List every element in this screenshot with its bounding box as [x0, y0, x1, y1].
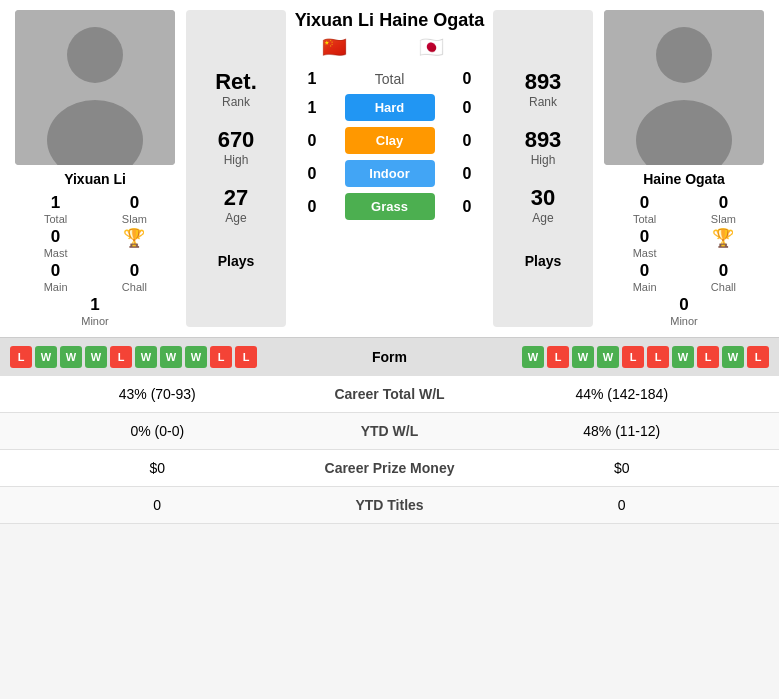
- left-player-stats: 1 Total 0 Slam 0 Mast 🏆 0 Main: [10, 193, 180, 327]
- left-main-label: Main: [44, 281, 68, 293]
- left-player-area: Yixuan Li 1 Total 0 Slam 0 Mast 🏆: [10, 10, 180, 327]
- left-high-value: 670: [218, 127, 255, 153]
- hard-row: 1 Hard 0: [292, 94, 487, 121]
- form-badge-l: L: [10, 346, 32, 368]
- left-minor-block: 1 Minor: [57, 295, 134, 327]
- left-trophy-block: 🏆: [96, 227, 173, 259]
- right-main-label: Main: [633, 281, 657, 293]
- right-silhouette: [604, 10, 764, 165]
- left-chall-value: 0: [130, 261, 139, 281]
- clay-button[interactable]: Clay: [345, 127, 435, 154]
- stats-row: 0 YTD Titles 0: [0, 487, 779, 524]
- left-rank-value: Ret.: [215, 69, 257, 95]
- left-age-block: 27 Age: [224, 185, 248, 225]
- form-badge-w: W: [722, 346, 744, 368]
- left-total-label: Total: [44, 213, 67, 225]
- right-player-area: Haine Ogata 0 Total 0 Slam 0 Mast 🏆: [599, 10, 769, 327]
- form-badge-w: W: [522, 346, 544, 368]
- left-indoor-comp: 0: [292, 165, 332, 183]
- svg-point-4: [656, 27, 712, 83]
- hard-button[interactable]: Hard: [345, 94, 435, 121]
- total-row: 1 Total 0: [292, 70, 487, 88]
- main-container: Yixuan Li 1 Total 0 Slam 0 Mast 🏆: [0, 0, 779, 524]
- right-rank-block: 893 Rank: [525, 69, 562, 109]
- right-total-label: Total: [633, 213, 656, 225]
- right-high-block: 893 High: [525, 127, 562, 167]
- left-age-label: Age: [225, 211, 246, 225]
- right-mast-value: 0: [640, 227, 649, 247]
- left-minor-value: 1: [90, 295, 99, 315]
- right-player-name: Haine Ogata: [643, 171, 725, 187]
- left-clay-comp: 0: [292, 132, 332, 150]
- form-badge-w: W: [85, 346, 107, 368]
- grass-button[interactable]: Grass: [345, 193, 435, 220]
- stats-row: $0 Career Prize Money $0: [0, 450, 779, 487]
- right-side-panel: 893 Rank 893 High 30 Age Plays: [493, 10, 593, 327]
- left-silhouette: [15, 10, 175, 165]
- right-trophy-block: 🏆: [685, 227, 762, 259]
- form-badge-l: L: [747, 346, 769, 368]
- left-trophy-icon: 🏆: [123, 227, 145, 249]
- stats-table: 43% (70-93) Career Total W/L 44% (142-18…: [0, 376, 779, 524]
- stats-right-2: $0: [480, 460, 765, 476]
- stats-left-0: 43% (70-93): [15, 386, 300, 402]
- form-badge-w: W: [572, 346, 594, 368]
- form-badge-w: W: [672, 346, 694, 368]
- form-section: LWWWLWWWLL Form WLWWLLWLWL: [0, 337, 779, 376]
- right-chall-block: 0 Chall: [685, 261, 762, 293]
- form-badge-w: W: [135, 346, 157, 368]
- left-side-panel: Ret. Rank 670 High 27 Age Plays: [186, 10, 286, 327]
- stats-right-0: 44% (142-184): [480, 386, 765, 402]
- left-form-badges: LWWWLWWWLL: [10, 346, 330, 368]
- stats-left-1: 0% (0-0): [15, 423, 300, 439]
- stats-right-1: 48% (11-12): [480, 423, 765, 439]
- left-rank-label: Rank: [222, 95, 250, 109]
- svg-point-1: [67, 27, 123, 83]
- right-high-value: 893: [525, 127, 562, 153]
- left-chall-label: Chall: [122, 281, 147, 293]
- left-total-comp: 1: [292, 70, 332, 88]
- right-total-value: 0: [640, 193, 649, 213]
- indoor-row: 0 Indoor 0: [292, 160, 487, 187]
- comparison-rows: 1 Total 0 1 Hard 0 0 Clay 0 0: [292, 70, 487, 220]
- stats-right-3: 0: [480, 497, 765, 513]
- left-main-block: 0 Main: [17, 261, 94, 293]
- form-label: Form: [330, 349, 450, 365]
- left-player-name: Yixuan Li: [64, 171, 126, 187]
- form-badge-l: L: [235, 346, 257, 368]
- indoor-button[interactable]: Indoor: [345, 160, 435, 187]
- grass-row: 0 Grass 0: [292, 193, 487, 220]
- right-high-label: High: [531, 153, 556, 167]
- right-name-center: Haine Ogata: [379, 10, 484, 31]
- left-total-block: 1 Total: [17, 193, 94, 225]
- left-minor-label: Minor: [81, 315, 109, 327]
- form-badge-l: L: [622, 346, 644, 368]
- form-badge-l: L: [647, 346, 669, 368]
- form-badge-w: W: [597, 346, 619, 368]
- names-row: Yixuan Li 🇨🇳 Haine Ogata 🇯🇵: [292, 10, 487, 64]
- right-clay-comp: 0: [447, 132, 487, 150]
- right-total-comp: 0: [447, 70, 487, 88]
- right-form-badges: WLWWLLWLWL: [450, 346, 770, 368]
- center-area: Yixuan Li 🇨🇳 Haine Ogata 🇯🇵 1 Total 0 1: [292, 10, 487, 220]
- right-mast-block: 0 Mast: [606, 227, 683, 259]
- left-age-value: 27: [224, 185, 248, 211]
- stats-center-2: Career Prize Money: [300, 460, 480, 476]
- stats-left-3: 0: [15, 497, 300, 513]
- left-grass-comp: 0: [292, 198, 332, 216]
- right-player-stats: 0 Total 0 Slam 0 Mast 🏆 0 Main: [599, 193, 769, 327]
- right-slam-label: Slam: [711, 213, 736, 225]
- left-chall-block: 0 Chall: [96, 261, 173, 293]
- right-main-block: 0 Main: [606, 261, 683, 293]
- right-grass-comp: 0: [447, 198, 487, 216]
- left-rank-block: Ret. Rank: [215, 69, 257, 109]
- left-plays-label: Plays: [218, 253, 255, 269]
- left-mast-block: 0 Mast: [17, 227, 94, 259]
- right-rank-label: Rank: [529, 95, 557, 109]
- right-player-photo: [604, 10, 764, 165]
- total-label: Total: [332, 71, 447, 87]
- left-hard-comp: 1: [292, 99, 332, 117]
- clay-row: 0 Clay 0: [292, 127, 487, 154]
- right-rank-value: 893: [525, 69, 562, 95]
- right-age-label: Age: [532, 211, 553, 225]
